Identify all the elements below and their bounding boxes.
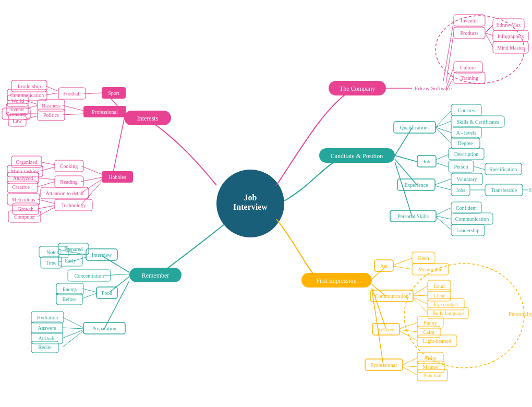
leadership-candidate-label: Leadership [456, 228, 479, 233]
world-label: World [11, 98, 25, 104]
economy-label: Economy [6, 111, 26, 117]
computer-label: Computer [14, 214, 35, 220]
jobs-label: Jobs [456, 187, 465, 193]
courses-label: Courses [458, 107, 475, 113]
remember-label: Remember [142, 272, 170, 279]
multitasking-label: Multi-tasking [11, 169, 39, 174]
alevels-label: A - levels [456, 130, 476, 136]
infographics-label: Infographics [498, 33, 524, 39]
communication-fi-label: Communication [375, 293, 408, 299]
early-label: Early [65, 258, 76, 264]
punctual-label: Punctual [424, 373, 442, 378]
candidate-label: Canditate & Position [331, 152, 383, 160]
attire-label: Attire [424, 355, 437, 361]
body-language-label: Body language [432, 310, 464, 316]
person-label: Person [454, 164, 468, 170]
meticulous-label: Meticulous [12, 197, 35, 202]
act-label: Act [380, 263, 388, 269]
eye-contact-label: Eye contact [434, 302, 458, 307]
manner-label: Manner [422, 364, 439, 370]
confident-label: Confident [456, 205, 477, 211]
recite-label: Recite [38, 344, 52, 350]
transferable-label: Transferable [491, 187, 517, 193]
relaxed-label: Relaxed [378, 327, 395, 332]
skills-label: Skills [529, 187, 532, 193]
prepared-label: Prepared [64, 246, 83, 252]
mindmap-canvas: Job Interview The Company Edraw Software… [0, 0, 532, 407]
voluntary-label: Voluntary [456, 176, 477, 182]
reading-label: Reading [60, 179, 77, 185]
energy-label: Energy [63, 286, 78, 292]
personality-label: Personality [509, 310, 532, 317]
funny-label: Funny [424, 320, 437, 326]
food-label: Food [102, 290, 113, 296]
answers-label: Answers [38, 325, 56, 331]
specification-label: Specification [490, 166, 517, 172]
before-label: Before [62, 296, 77, 302]
degree-label: Degree [458, 140, 473, 146]
communication-candidate-label: Communication [455, 216, 489, 222]
sport-label: Sport [108, 90, 119, 96]
analyzed-label: Analyzed [13, 175, 33, 181]
skills-certificates-label: Skills & Certificates [456, 119, 499, 125]
training-label: Training [461, 75, 478, 81]
mind-master-label: Mind Master [497, 45, 525, 51]
inventor-label: Inventor [461, 18, 479, 23]
preparation-label: Preparation [92, 326, 116, 331]
culture-label: Culture [460, 65, 476, 70]
hobbies-label: Hobbies [108, 174, 126, 180]
memorable-label: Memorable [418, 267, 443, 272]
light-hearted-label: Light-hearted [423, 338, 451, 344]
experience-label: Experience [405, 182, 429, 188]
professional-label: Professional [371, 362, 397, 368]
hydration-label: Hydration [37, 315, 58, 320]
leadership-sport-label: Leadership [18, 83, 41, 89]
football-label: Football [63, 91, 81, 97]
cooking-label: Cooking [60, 163, 78, 169]
edraw-max-label: Edraw Max [497, 22, 521, 28]
keen-label: Keen [418, 255, 429, 261]
creative-label: Creative ` [12, 184, 33, 190]
qualifications-label: Qualifications [400, 125, 430, 130]
first-impression-label: First impression [316, 277, 357, 284]
attitude-label: Attitude [39, 336, 56, 341]
interests-label: Interests [137, 115, 159, 122]
center-label: Job [244, 193, 257, 202]
time-label: Time [46, 260, 57, 266]
the-company-label: The Company [340, 85, 375, 92]
organized-label: Organized [16, 159, 37, 165]
business-label: Business [42, 103, 61, 109]
products-label: Products [461, 30, 479, 36]
job-label: Job [423, 159, 430, 164]
center-label2: Interview [233, 202, 268, 211]
law-label: Law [13, 118, 22, 124]
professional-interests-label: Professional [92, 109, 118, 115]
technology-label: Technology [61, 202, 86, 208]
notes-label: Notes | [46, 249, 61, 255]
politics-label: Politics [43, 112, 59, 118]
concentration-label: Concentration [75, 273, 104, 279]
loud-label: Loud [433, 283, 444, 289]
interview-label: Interview [92, 252, 112, 258]
calm-label: Calm [423, 329, 434, 335]
description-label: Description [454, 151, 479, 157]
clear-label: Clear [433, 293, 445, 298]
personal-skills-label: Personal Skills [397, 213, 429, 219]
attention-detail-label: Attention to detail [46, 190, 84, 196]
